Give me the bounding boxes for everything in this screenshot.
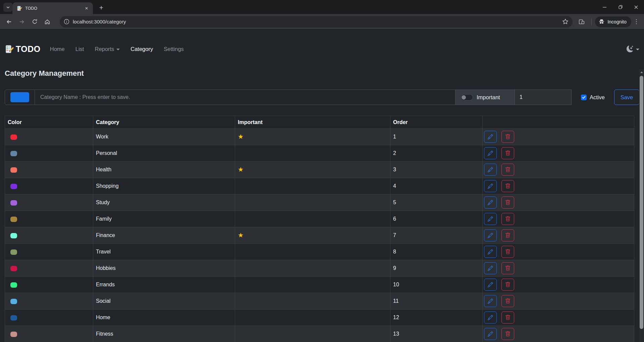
order-cell: 11 xyxy=(390,293,483,309)
color-picker[interactable] xyxy=(5,90,35,105)
edit-button[interactable] xyxy=(484,147,497,159)
delete-button[interactable] xyxy=(501,279,514,291)
color-cell xyxy=(5,162,93,178)
order-cell: 4 xyxy=(390,178,483,194)
edit-button[interactable] xyxy=(484,131,497,143)
nav-item-home[interactable]: Home xyxy=(50,46,65,52)
scrollbar-up-arrow[interactable] xyxy=(639,70,644,75)
bookmark-star-icon[interactable] xyxy=(562,18,569,25)
order-cell: 9 xyxy=(390,260,483,277)
delete-button[interactable] xyxy=(501,328,514,340)
incognito-label: Incognito xyxy=(607,19,627,24)
site-navbar: TODO Home List Reports Category Settings xyxy=(5,40,639,58)
page-scrollbar[interactable] xyxy=(639,69,644,342)
reload-button[interactable] xyxy=(29,16,40,27)
color-cell xyxy=(5,194,93,211)
important-switch[interactable] xyxy=(461,94,473,101)
back-button[interactable] xyxy=(3,16,15,27)
nav-item-list[interactable]: List xyxy=(75,46,84,52)
delete-button[interactable] xyxy=(501,246,514,258)
trash-icon xyxy=(505,200,511,205)
nav-item-category[interactable]: Category xyxy=(130,46,153,52)
nav-item-reports[interactable]: Reports xyxy=(95,46,120,52)
trash-icon xyxy=(505,282,511,287)
edit-button[interactable] xyxy=(484,311,497,324)
browser-menu-button[interactable]: ⋮ xyxy=(631,18,641,25)
tab-devices-button[interactable] xyxy=(576,16,587,27)
home-button[interactable] xyxy=(42,16,53,27)
delete-button[interactable] xyxy=(501,131,514,143)
important-cell xyxy=(235,309,390,326)
table-row: Fitness 13 xyxy=(5,326,634,342)
edit-button[interactable] xyxy=(484,328,497,340)
category-color-dot xyxy=(10,299,17,304)
edit-button[interactable] xyxy=(484,164,497,176)
pencil-icon xyxy=(488,266,493,271)
table-row: Work ★ 1 xyxy=(5,129,634,145)
color-cell xyxy=(5,244,93,260)
edit-button[interactable] xyxy=(484,180,497,192)
close-window-button[interactable] xyxy=(628,0,644,14)
edit-button[interactable] xyxy=(484,279,497,291)
delete-button[interactable] xyxy=(501,295,514,307)
table-header: Color Category Important Order xyxy=(5,116,634,129)
table-row: Home 12 xyxy=(5,309,634,326)
theme-dropdown-button[interactable] xyxy=(627,46,639,52)
delete-button[interactable] xyxy=(501,147,514,159)
color-cell xyxy=(5,260,93,277)
actions-cell xyxy=(483,194,634,211)
actions-cell xyxy=(483,178,634,194)
address-bar[interactable]: localhost:3000/category xyxy=(60,16,573,27)
tab-search-button[interactable] xyxy=(3,3,12,12)
restore-button[interactable] xyxy=(612,0,628,14)
edit-button[interactable] xyxy=(484,295,497,307)
home-icon xyxy=(44,19,50,25)
edit-button[interactable] xyxy=(484,196,497,209)
important-cell xyxy=(235,194,390,211)
save-button[interactable]: Save xyxy=(614,90,639,105)
minimize-button[interactable] xyxy=(597,0,612,14)
incognito-badge: Incognito xyxy=(595,16,631,27)
pencil-icon xyxy=(488,167,493,172)
delete-button[interactable] xyxy=(501,262,514,274)
delete-button[interactable] xyxy=(501,229,514,241)
active-checkbox[interactable] xyxy=(581,95,587,100)
edit-button[interactable] xyxy=(484,246,497,258)
color-cell xyxy=(5,211,93,227)
active-checkbox-group: Active xyxy=(572,90,614,105)
category-name-input[interactable] xyxy=(35,90,455,105)
new-tab-button[interactable]: + xyxy=(97,3,106,12)
delete-button[interactable] xyxy=(501,164,514,176)
star-icon: ★ xyxy=(238,166,244,173)
category-color-dot xyxy=(10,233,17,238)
browser-tab[interactable]: TODO ✕ xyxy=(12,2,93,14)
table-row: Study 5 xyxy=(5,194,634,211)
order-input[interactable] xyxy=(515,90,572,105)
trash-icon xyxy=(505,183,511,189)
nav-item-settings[interactable]: Settings xyxy=(164,46,184,52)
devices-icon xyxy=(579,19,585,25)
important-cell xyxy=(235,293,390,309)
scrollbar-thumb[interactable] xyxy=(640,76,643,329)
url-text[interactable]: localhost:3000/category xyxy=(73,19,562,24)
delete-button[interactable] xyxy=(501,196,514,209)
table-row: Finance ★ 7 xyxy=(5,227,634,244)
table-row: Hobbies 9 xyxy=(5,260,634,277)
edit-button[interactable] xyxy=(484,262,497,274)
category-color-dot xyxy=(10,200,17,206)
tab-close-icon[interactable]: ✕ xyxy=(84,5,90,11)
memo-favicon-icon xyxy=(17,6,22,11)
site-info-icon[interactable] xyxy=(64,19,69,24)
category-color-dot xyxy=(10,282,17,288)
delete-button[interactable] xyxy=(501,213,514,225)
window-controls xyxy=(597,0,644,14)
actions-cell xyxy=(483,309,634,326)
delete-button[interactable] xyxy=(501,180,514,192)
brand[interactable]: TODO xyxy=(5,44,41,54)
table-body: Work ★ 1 Personal 2 xyxy=(5,129,634,342)
header-order: Order xyxy=(390,116,483,129)
edit-button[interactable] xyxy=(484,229,497,241)
forward-button[interactable] xyxy=(16,16,28,27)
edit-button[interactable] xyxy=(484,213,497,225)
delete-button[interactable] xyxy=(501,311,514,324)
